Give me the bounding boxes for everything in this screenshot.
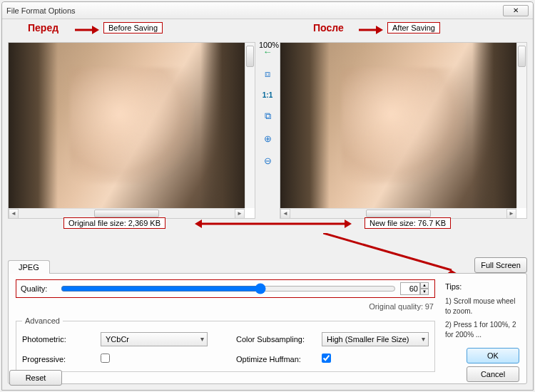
- new-size-value: 76.7 KB: [418, 219, 446, 227]
- photometric-combo[interactable]: YCbCr: [101, 332, 208, 346]
- scrollbar-h[interactable]: ◄►: [280, 208, 516, 218]
- fit-icon[interactable]: ⧈: [265, 68, 270, 80]
- advanced-group: Advanced Photometric: YCbCr Color Subsam…: [16, 316, 435, 372]
- dialog-content: Перед После Before Saving After Saving 1…: [2, 19, 533, 390]
- window-title: File Format Options: [6, 6, 503, 15]
- dialog-window: File Format Options ✕ Перед После Before…: [1, 1, 534, 391]
- new-size-box: New file size: 76.7 KB: [365, 217, 451, 229]
- subsampling-combo[interactable]: High (Smaller File Size): [322, 332, 429, 346]
- new-size-label: New file size:: [370, 219, 416, 227]
- reset-button[interactable]: Reset: [9, 370, 62, 386]
- tips-line-1: 1) Scroll mouse wheel to zoom.: [445, 296, 519, 316]
- fit-both-icon[interactable]: ⧉: [265, 110, 271, 122]
- titlebar[interactable]: File Format Options ✕: [2, 2, 533, 19]
- arrow-icon: [359, 25, 383, 35]
- tips-heading: Tips:: [445, 282, 519, 291]
- tab-jpeg[interactable]: JPEG: [8, 260, 50, 274]
- quality-value-input[interactable]: [400, 282, 420, 295]
- after-saving-label: After Saving: [387, 22, 440, 33]
- zoom-percent: 100%: [259, 41, 279, 49]
- subsampling-label: Color Subsampling:: [236, 335, 322, 344]
- before-saving-label: Before Saving: [103, 22, 163, 33]
- svg-marker-3: [376, 26, 383, 34]
- full-screen-button[interactable]: Full Screen: [474, 257, 527, 273]
- preview-row: ◄► ← ⧈ 1:1 ⧉ ⊕ ⊖ ◄►: [8, 42, 527, 219]
- quality-label: Quality:: [21, 284, 56, 293]
- preview-before[interactable]: ◄►: [8, 42, 255, 219]
- preview-after[interactable]: ◄►: [280, 42, 527, 219]
- progressive-checkbox[interactable]: [101, 354, 110, 363]
- preview-image-before: [9, 43, 255, 208]
- scrollbar-v[interactable]: [516, 43, 526, 208]
- scrollbar-v[interactable]: [245, 43, 255, 208]
- spin-up-icon[interactable]: ▲: [420, 282, 429, 289]
- ok-button[interactable]: OK: [467, 348, 519, 363]
- photometric-label: Photometric:: [22, 335, 101, 344]
- zoom-in-icon[interactable]: ⊕: [264, 133, 272, 144]
- panel-left: Quality: ▲▼ Original quality: 97 Advance…: [16, 279, 435, 378]
- huffman-label: Optimize Huffman:: [236, 355, 322, 363]
- close-button[interactable]: ✕: [503, 5, 529, 16]
- lower-panel: JPEG Full Screen Quality: ▲▼ Origin: [8, 257, 527, 384]
- huffman-checkbox[interactable]: [322, 354, 331, 363]
- original-size-box: Original file size: 2,369 KB: [63, 217, 165, 229]
- annotation-after: После: [313, 22, 344, 33]
- ratio-button[interactable]: 1:1: [263, 91, 272, 99]
- scrollbar-h[interactable]: ◄►: [9, 208, 245, 218]
- original-quality-readout: Original quality: 97: [16, 302, 435, 311]
- arrow-icon: [75, 25, 99, 35]
- quality-row: Quality: ▲▼: [16, 279, 435, 298]
- advanced-legend: Advanced: [22, 316, 63, 325]
- quality-slider[interactable]: [61, 283, 396, 294]
- progressive-label: Progressive:: [22, 355, 101, 363]
- preview-image-after: [280, 43, 526, 208]
- annotation-before: Перед: [28, 22, 58, 33]
- quality-spinner[interactable]: ▲▼: [400, 282, 430, 295]
- zoom-out-icon[interactable]: ⊖: [264, 155, 272, 166]
- original-size-label: Original file size:: [68, 219, 126, 227]
- tips-pane: Tips: 1) Scroll mouse wheel to zoom. 2) …: [445, 279, 519, 378]
- svg-marker-1: [92, 26, 99, 34]
- original-size-value: 2,369 KB: [128, 219, 160, 227]
- tabs-row: JPEG Full Screen: [8, 257, 527, 273]
- preview-toolstrip: ← ⧈ 1:1 ⧉ ⊕ ⊖: [260, 42, 275, 219]
- svg-marker-6: [345, 220, 352, 228]
- tips-line-2: 2) Press 1 for 100%, 2 for 200% ...: [445, 320, 519, 339]
- svg-marker-5: [195, 220, 202, 228]
- spin-down-icon[interactable]: ▼: [420, 289, 429, 295]
- double-arrow-icon: [195, 218, 352, 229]
